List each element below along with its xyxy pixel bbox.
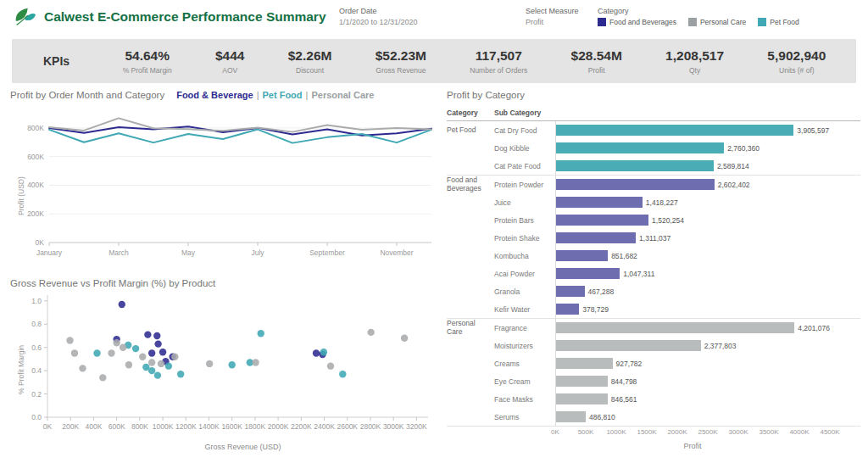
bar-fragrance[interactable] [556, 322, 794, 333]
bar-serums[interactable] [556, 411, 586, 422]
scatter-chart-title: Gross Revenue vs Profit Margin (%) by Pr… [10, 278, 438, 288]
bar-value-label: 846,561 [611, 395, 637, 404]
scatter-point-pet-food[interactable] [258, 330, 264, 337]
scatter-point-pet-food[interactable] [177, 371, 184, 377]
category-legend-items: Food and BeveragesPersonal CarePet Food [598, 18, 852, 26]
scatter-point-food---beverage[interactable] [159, 349, 166, 355]
bar-col-header-subcategory: Sub Category [494, 109, 555, 117]
scatter-point-food---beverage[interactable] [148, 349, 155, 356]
scatter-point-personal-care[interactable] [108, 349, 114, 356]
scatter-point-personal-care[interactable] [66, 337, 73, 343]
order-date-value[interactable]: 1/1/2020 to 12/31/2020 [339, 18, 418, 26]
scatter-point-pet-food[interactable] [148, 367, 155, 374]
bar-acai-powder[interactable] [556, 268, 620, 279]
scatter-point-pet-food[interactable] [154, 371, 161, 378]
bar-cat-pate-food[interactable] [556, 160, 714, 171]
kpi-item: $52.23MGross Revenue [376, 48, 426, 75]
x-tick-label: March [108, 248, 129, 257]
select-measure-value[interactable]: Profit [526, 18, 579, 26]
bar-axis-tick-label: 3500K [759, 428, 778, 436]
scatter-point-personal-care[interactable] [79, 365, 86, 371]
bar-protein-bars[interactable] [556, 215, 648, 226]
line-legend-food---beverage[interactable]: Food & Beverage [176, 90, 253, 100]
bar-dog-kibble[interactable] [556, 142, 724, 153]
bar-value-label: 927,782 [616, 360, 643, 368]
line-chart-ylabel: Profit (USD) [17, 176, 25, 215]
bar-protein-shake[interactable] [556, 232, 636, 243]
y-tick-label: 600K [27, 153, 44, 161]
scatter-point-personal-care[interactable] [139, 353, 146, 360]
subcategory-label: Serums [494, 413, 555, 421]
bar-granola[interactable] [556, 286, 585, 297]
scatter-point-personal-care[interactable] [327, 362, 334, 369]
bar-kombucha[interactable] [556, 250, 608, 261]
bar-track: 2,589,814 [555, 157, 830, 175]
legend-separator: | [253, 90, 263, 100]
bar-kefir-water[interactable] [556, 304, 579, 315]
bar-value-label: 1,418,227 [646, 198, 678, 207]
y-tick-label: 0.2 [31, 390, 42, 399]
bar-juice[interactable] [556, 197, 643, 208]
scatter-point-personal-care[interactable] [125, 361, 132, 368]
scatter-point-pet-food[interactable] [165, 362, 172, 369]
scatter-point-food---beverage[interactable] [144, 331, 151, 337]
scatter-point-personal-care[interactable] [171, 353, 178, 360]
bar-cat-dry-food[interactable] [556, 125, 793, 136]
scatter-point-personal-care[interactable] [252, 359, 259, 365]
scatter-point-personal-care[interactable] [120, 344, 126, 351]
scatter-point-pet-food[interactable] [228, 361, 235, 368]
subcategory-label: Kefir Water [494, 305, 555, 314]
bar-track: 486,810 [555, 408, 830, 426]
bar-creams[interactable] [556, 358, 613, 369]
scatter-point-personal-care[interactable] [206, 360, 213, 367]
bar-value-label: 467,288 [588, 287, 615, 296]
scatter-point-personal-care[interactable] [71, 349, 78, 356]
bar-eye-cream[interactable] [556, 376, 608, 387]
scatter-point-food---beverage[interactable] [119, 301, 125, 308]
scatter-point-pet-food[interactable] [132, 345, 139, 352]
scatter-point-food---beverage[interactable] [313, 349, 320, 356]
scatter-chart: 0.00.20.40.60.81.00K200K400K600K800K1000… [10, 288, 438, 439]
select-measure-control[interactable]: Select Measure Profit [526, 7, 579, 26]
x-tick-label: 800K [131, 422, 148, 431]
line-legend-pet-food[interactable]: Pet Food [263, 90, 303, 100]
bar-track: 844,798 [555, 372, 830, 390]
page-title: Calwest E-Commerce Performance Summary [44, 9, 326, 25]
bar-protein-powder[interactable] [556, 179, 715, 190]
scatter-point-pet-food[interactable] [93, 349, 100, 356]
bar-row: Cat Pate Food2,589,814 [447, 157, 860, 175]
subcategory-label: Granola [494, 287, 555, 296]
y-tick-label: 1.0 [31, 297, 42, 305]
bar-track: 851,682 [555, 247, 830, 265]
line-chart: 0K200K400K600K800KJanuaryMarchMayJulySep… [10, 105, 438, 268]
bar-face-masks[interactable] [556, 393, 608, 404]
bar-track: 1,418,227 [555, 193, 830, 211]
line-series-pet-food[interactable] [49, 130, 431, 143]
bar-axis-tick-label: 3000K [728, 428, 748, 436]
bar-value-label: 3,905,597 [797, 126, 829, 135]
bar-track: 927,782 [555, 354, 830, 372]
scatter-point-personal-care[interactable] [367, 329, 374, 336]
scatter-point-personal-care[interactable] [148, 359, 155, 365]
legend-item-food-and-beverages[interactable]: Food and Beverages [598, 18, 676, 26]
x-tick-label: 1200K [175, 422, 197, 431]
kpi-value: 117,507 [470, 48, 527, 64]
order-date-filter[interactable]: Order Date 1/1/2020 to 12/31/2020 [339, 7, 418, 26]
legend-item-pet-food[interactable]: Pet Food [758, 18, 799, 26]
scatter-point-personal-care[interactable] [113, 339, 120, 346]
bar-value-label: 1,047,311 [623, 270, 654, 278]
scatter-point-personal-care[interactable] [401, 335, 408, 342]
scatter-point-food---beverage[interactable] [154, 340, 161, 347]
line-legend-personal-care[interactable]: Personal Care [311, 90, 374, 100]
scatter-point-personal-care[interactable] [99, 374, 106, 381]
bar-moisturizers[interactable] [556, 340, 701, 351]
x-tick-label: 0K [43, 422, 53, 431]
scatter-point-pet-food[interactable] [339, 371, 346, 377]
scatter-point-food---beverage[interactable] [153, 332, 160, 339]
scatter-point-personal-care[interactable] [158, 360, 164, 367]
legend-item-personal-care[interactable]: Personal Care [688, 18, 746, 26]
scatter-point-pet-food[interactable] [320, 349, 327, 355]
x-tick-label: 200K [62, 422, 79, 431]
y-tick-label: 0K [36, 238, 45, 247]
legend-label: Food and Beverages [609, 18, 676, 26]
